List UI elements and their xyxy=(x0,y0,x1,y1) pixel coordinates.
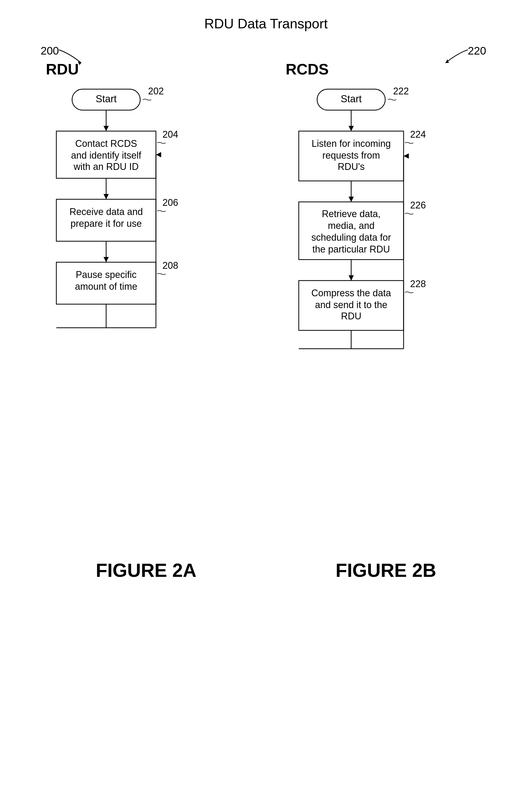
svg-text:222: 222 xyxy=(393,87,409,96)
left-diagram-label: RDU xyxy=(46,60,79,78)
svg-marker-19 xyxy=(103,257,109,262)
svg-text:amount of time: amount of time xyxy=(75,281,137,292)
svg-text:scheduling data for: scheduling data for xyxy=(311,232,391,243)
svg-text:Compress the data: Compress the data xyxy=(311,288,391,298)
svg-text:Pause specific: Pause specific xyxy=(76,269,136,280)
left-flowchart: Start 202 Contact RCDS and identify itse… xyxy=(41,87,187,532)
svg-marker-41 xyxy=(348,197,354,202)
svg-text:the particular RDU: the particular RDU xyxy=(312,244,390,255)
svg-text:224: 224 xyxy=(410,129,426,140)
svg-text:Start: Start xyxy=(341,93,362,104)
svg-marker-13 xyxy=(103,194,109,199)
right-diagram: 220 RCDS Start 222 Listen for incoming r… xyxy=(280,44,491,533)
svg-text:204: 204 xyxy=(163,129,178,140)
svg-text:Start: Start xyxy=(96,93,117,104)
figure-2a-label: FIGURE 2A xyxy=(41,559,252,581)
page-title: RDU Data Transport xyxy=(0,0,532,44)
figure-2b-label: FIGURE 2B xyxy=(280,559,491,581)
svg-marker-49 xyxy=(348,275,354,280)
svg-text:prepare it for use: prepare it for use xyxy=(71,218,142,229)
svg-marker-5 xyxy=(103,126,109,131)
svg-text:228: 228 xyxy=(410,278,426,289)
right-flowchart: Start 222 Listen for incoming requests f… xyxy=(280,87,438,532)
svg-text:226: 226 xyxy=(410,200,426,210)
svg-text:Receive data and: Receive data and xyxy=(70,206,143,217)
svg-text:Retrieve data,: Retrieve data, xyxy=(322,208,381,219)
svg-marker-33 xyxy=(348,126,354,131)
svg-text:206: 206 xyxy=(163,197,178,208)
svg-text:with an RDU ID: with an RDU ID xyxy=(73,161,139,172)
svg-text:208: 208 xyxy=(163,260,178,271)
svg-text:202: 202 xyxy=(148,87,164,96)
svg-text:requests from: requests from xyxy=(322,150,380,161)
svg-text:RDU: RDU xyxy=(341,311,361,321)
left-diagram: 200 RDU Start 202 Contact RCDS and ident… xyxy=(41,44,252,533)
svg-text:and send it to the: and send it to the xyxy=(315,299,387,310)
svg-text:RDU's: RDU's xyxy=(338,161,364,172)
right-diagram-label: RCDS xyxy=(286,60,329,78)
svg-marker-11 xyxy=(156,152,161,157)
svg-text:Listen for incoming: Listen for incoming xyxy=(311,138,391,149)
svg-text:and identify itself: and identify itself xyxy=(71,150,141,161)
svg-marker-39 xyxy=(404,153,409,159)
svg-text:media, and: media, and xyxy=(328,220,375,231)
svg-text:Contact RCDS: Contact RCDS xyxy=(75,138,137,149)
